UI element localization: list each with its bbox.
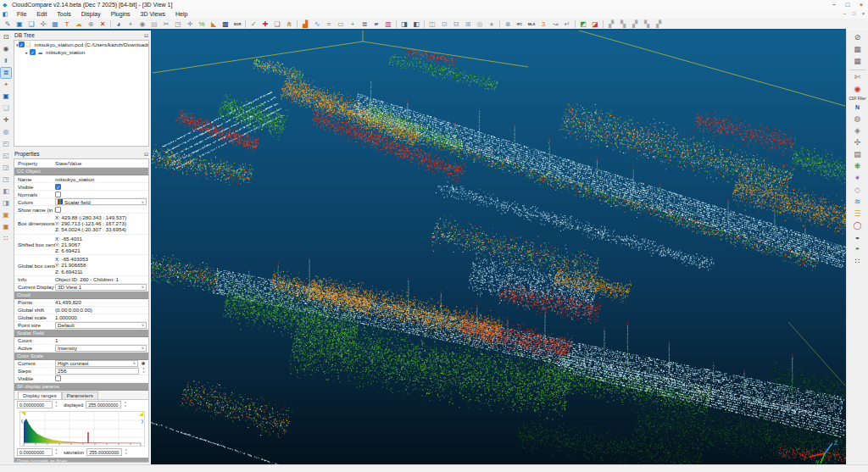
spin-arrows[interactable]: ∧∨ xyxy=(141,368,147,374)
child-restore-button[interactable]: □ xyxy=(849,9,859,19)
float-panel-icon[interactable]: ⊡ xyxy=(144,151,148,157)
compare-a-icon[interactable]: ◩ xyxy=(578,19,588,29)
tree-expander-icon[interactable]: ▸ xyxy=(24,50,30,55)
screenshot-camera-icon[interactable]: ◉ xyxy=(1,44,11,54)
child-close-button[interactable]: × xyxy=(859,9,868,19)
float-panel-icon[interactable]: ⊡ xyxy=(144,32,148,38)
view-right-icon[interactable]: ◧ xyxy=(1,186,11,197)
ransac-plugin-icon[interactable]: ◇ xyxy=(851,185,864,196)
child-minimize-button[interactable]: − xyxy=(840,9,849,19)
render-sphere-icon[interactable]: ◎ xyxy=(475,19,485,29)
console-toggle-icon[interactable]: ≣ xyxy=(1,68,11,78)
menu-display[interactable]: Display xyxy=(76,11,106,17)
histogram-right-handle[interactable] xyxy=(139,412,143,416)
no-gl-filter-icon[interactable]: ⊘ xyxy=(851,32,864,43)
view-front-icon[interactable]: ◱ xyxy=(1,151,11,161)
menu-file[interactable]: File xyxy=(12,11,31,17)
masc-plugin-icon[interactable]: ∷ xyxy=(851,256,864,267)
restore-button[interactable]: □ xyxy=(841,0,854,9)
add-point-icon[interactable]: ✚ xyxy=(260,19,270,29)
tree-visibility-checkbox[interactable]: ✓ xyxy=(30,49,36,55)
properties-grid-icon[interactable]: ▦ xyxy=(50,19,60,29)
compass-plugin-icon[interactable]: ◉ xyxy=(851,84,864,95)
viewport-3d[interactable]: x y Z xyxy=(151,31,846,464)
property-dropdown[interactable]: 3D View 1∨ xyxy=(55,284,147,291)
gl-filter-b-icon[interactable]: ▦ xyxy=(851,56,864,67)
crop-box-icon[interactable]: ◳ xyxy=(173,19,183,29)
menu-tools[interactable]: Tools xyxy=(52,11,75,17)
console-display-icon[interactable]: ◨ xyxy=(399,19,409,29)
view-iso-1-icon[interactable]: ▣ xyxy=(1,210,11,220)
camera-link-b-icon[interactable]: ⊞ xyxy=(463,19,473,29)
mls-plugin-icon[interactable]: MLS xyxy=(526,19,537,29)
rotate-center-icon[interactable]: ◕ xyxy=(114,19,124,29)
treeiso-plugin-icon[interactable]: ◓ xyxy=(851,244,864,255)
sf-gradient-icon[interactable]: ▥ xyxy=(383,19,393,29)
saturation-max-spinner[interactable]: ∧∨ xyxy=(123,449,129,455)
property-checkbox[interactable]: ✓ xyxy=(55,184,61,190)
ellipser-plugin-icon[interactable]: ◯ xyxy=(851,220,864,231)
displayed-min-input[interactable]: 0.00000000 xyxy=(17,401,53,408)
saturation-max-input[interactable]: 255.00000000 xyxy=(86,448,122,456)
step-plugin-icon[interactable]: 3 xyxy=(538,19,548,29)
menu-help[interactable]: Help xyxy=(170,11,192,17)
sf-list-icon[interactable]: ≣ xyxy=(359,19,370,29)
facets-plugin-icon[interactable]: ◈ xyxy=(851,125,864,136)
stats-5-icon[interactable]: ▞ xyxy=(654,19,664,29)
close-button[interactable]: × xyxy=(854,0,868,9)
apply-transformation-icon[interactable]: T xyxy=(62,19,72,29)
stats-2-icon[interactable]: ▚ xyxy=(618,19,628,29)
ifc-plugin-icon[interactable]: IFC xyxy=(515,19,525,29)
add-constant-sf-icon[interactable]: + xyxy=(348,19,358,29)
property-spinbox[interactable]: 256 xyxy=(55,368,139,375)
property-dropdown[interactable]: Intensity∨ xyxy=(55,345,147,352)
sor-filter-icon[interactable]: SOR xyxy=(232,19,242,29)
profile-tool-icon[interactable]: ∿ xyxy=(312,19,322,29)
saturation-min-input[interactable]: 0.00000000 xyxy=(17,448,53,456)
property-checkbox[interactable] xyxy=(55,375,61,381)
histogram-tool-icon[interactable]: ▟ xyxy=(300,19,310,29)
displayed-min-spinner[interactable]: ∧∨ xyxy=(53,402,59,408)
save-icon[interactable]: ▣ xyxy=(14,19,25,29)
point-picking-icon[interactable]: ⌖ xyxy=(125,19,136,29)
vr-plugin-icon[interactable]: ◒ xyxy=(851,232,864,243)
gear-icon[interactable]: ✱ xyxy=(140,360,147,366)
view-left-icon[interactable]: ◳ xyxy=(1,175,11,185)
csf-filter-plugin-icon[interactable]: N xyxy=(851,102,864,113)
tree-visibility-checkbox[interactable]: ✓ xyxy=(19,42,25,47)
global-zoom-icon[interactable]: ◎ xyxy=(1,127,11,137)
folder-tool-icon[interactable]: ❏ xyxy=(272,19,282,29)
sf-histogram[interactable]: ( ) xyxy=(19,411,145,447)
segment-icon[interactable]: ✂ xyxy=(161,19,171,29)
subsample-icon[interactable]: ⊕ xyxy=(86,19,96,29)
pivot-lock-icon[interactable]: ▣ xyxy=(1,92,11,102)
polyline-tool-icon[interactable]: ≈ xyxy=(324,19,334,29)
stats-4-icon[interactable]: ▚ xyxy=(642,19,652,29)
view-bottom-icon[interactable]: ◨ xyxy=(1,198,11,208)
snapshot-picture-icon[interactable]: ▤ xyxy=(149,19,159,29)
pick-rotation-center-icon[interactable]: + xyxy=(1,80,11,90)
stereo-mode-icon[interactable]: ∷ xyxy=(1,234,11,244)
primitive-factory-icon[interactable]: ✣ xyxy=(38,19,48,29)
clean-plugin-icon[interactable]: ✄ xyxy=(851,72,864,83)
property-checkbox[interactable] xyxy=(55,207,61,213)
pcv-plugin-icon[interactable]: ❋ xyxy=(851,161,864,172)
tab-display-ranges[interactable]: Display ranges xyxy=(18,391,62,399)
menu-3d-views[interactable]: 3D Views xyxy=(136,11,170,17)
cloud-layers-plugin-icon[interactable]: ☰ xyxy=(851,208,864,219)
pan-mode-icon[interactable]: ✛ xyxy=(1,115,11,125)
poisson-recon-plugin-icon[interactable]: ✴ xyxy=(851,173,864,184)
compare-b-icon[interactable]: ◪ xyxy=(590,19,600,29)
tree-item[interactable]: ▾✓❏mitsukyo_station.pcd (C:/Users/kazuh/… xyxy=(14,41,148,48)
canupo-plugin-icon[interactable]: ◍ xyxy=(851,114,864,125)
merge-clouds-icon[interactable]: ☁ xyxy=(74,19,84,29)
histogram-left-handle[interactable] xyxy=(21,412,25,416)
fullscreen-3d-icon[interactable]: ⊡ xyxy=(1,32,11,42)
viewport-restore-icon[interactable]: ⊡ xyxy=(439,19,449,29)
gl-filter-a-icon[interactable]: ▦ xyxy=(851,44,864,55)
sf-tools-icon[interactable]: SF xyxy=(371,19,381,29)
matrix-grid-icon[interactable]: ▩ xyxy=(220,19,231,29)
link-views-icon[interactable]: ⊗ xyxy=(503,19,513,29)
property-dropdown[interactable]: Default∨ xyxy=(55,322,147,329)
full-sphere-icon[interactable]: ● xyxy=(487,19,497,29)
